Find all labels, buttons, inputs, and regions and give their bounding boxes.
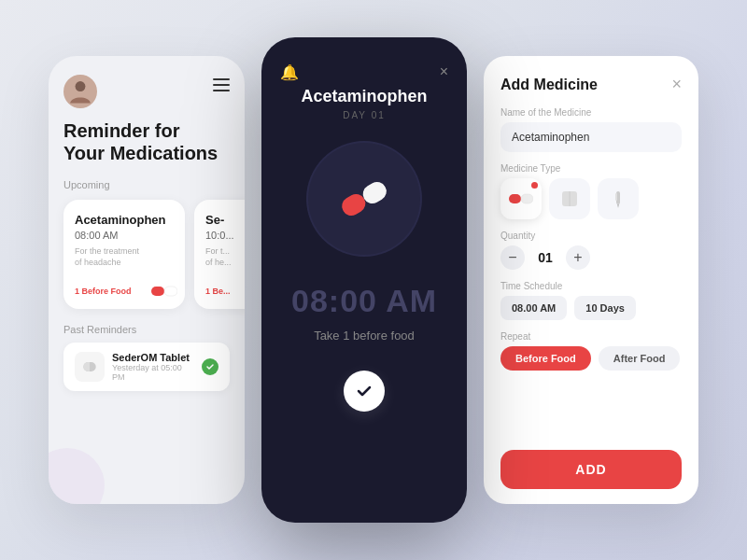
pill-icon-small-1 [151, 285, 177, 298]
past-item-name: SederOM Tablet [112, 352, 194, 363]
screen3-title: Add Medicine [500, 77, 598, 93]
med-card-1-time: 08:00 AM [75, 230, 174, 241]
pill-circle [308, 143, 420, 255]
svg-rect-8 [509, 194, 521, 203]
screen1-header [63, 75, 230, 108]
add-button[interactable]: ADD [500, 450, 682, 489]
past-info: SederOM Tablet Yesterday at 05:00 PM [112, 352, 194, 382]
days-chip[interactable]: 10 Days [574, 296, 636, 320]
qty-plus-btn[interactable]: + [566, 245, 590, 270]
svg-rect-2 [164, 287, 177, 296]
type-pill[interactable] [500, 178, 542, 219]
type-injection[interactable] [598, 178, 639, 219]
svg-rect-4 [83, 362, 90, 371]
med-card-2-time: 10:0... [205, 230, 245, 241]
past-pill-icon [75, 352, 105, 382]
injection-type-icon [611, 189, 626, 209]
svg-rect-14 [615, 193, 617, 201]
before-food-chip[interactable]: Before Food [500, 346, 591, 371]
time-field-label: Time Schedule [500, 281, 682, 291]
pill-3d-icon [337, 177, 390, 221]
tablet-type-icon [559, 189, 580, 209]
type-field-label: Medicine Type [500, 163, 682, 174]
check-icon [202, 358, 218, 375]
screen3-header: Add Medicine × [500, 75, 682, 94]
screen1-reminder-list: Reminder for Your Medications Upcoming A… [49, 56, 245, 504]
med-card-2[interactable]: Se- 10:0... For t...of he... 1 Be... [194, 200, 245, 309]
upcoming-label: Upcoming [63, 179, 230, 190]
svg-rect-1 [151, 287, 164, 296]
screen2-day: DAY 01 [343, 110, 386, 120]
screen3-close[interactable]: × [671, 75, 682, 94]
after-food-chip[interactable]: After Food [599, 346, 681, 371]
medicine-types [500, 178, 682, 219]
qty-field-label: Quantity [500, 231, 682, 241]
svg-point-0 [76, 81, 86, 91]
screens-container: Reminder for Your Medications Upcoming A… [30, 9, 717, 551]
screen2-top: 🔔 × [280, 63, 448, 81]
confirm-button[interactable] [344, 371, 385, 412]
pill-type-icon [509, 193, 533, 204]
time-row: 08.00 AM 10 Days [500, 296, 682, 320]
avatar [63, 75, 97, 108]
screen2-alert: 🔔 × Acetaminophen DAY 01 08:00 AM Take 1… [261, 37, 467, 523]
type-tablet[interactable] [549, 178, 590, 219]
med-card-1[interactable]: Acetaminophen 08:00 AM For the treatment… [63, 200, 185, 309]
repeat-row: Before Food After Food [500, 346, 682, 371]
bell-icon: 🔔 [280, 63, 299, 81]
qty-minus-btn[interactable]: − [500, 245, 525, 270]
menu-icon[interactable] [213, 75, 230, 91]
time-chip[interactable]: 08.00 AM [500, 296, 567, 320]
past-label: Past Reminders [63, 324, 230, 335]
confirm-check-icon [356, 383, 373, 399]
med-card-1-desc: For the treatment of headache [75, 246, 174, 268]
screen1-title: Reminder for Your Medications [63, 119, 230, 164]
checkmark-icon [205, 362, 215, 371]
past-item[interactable]: SederOM Tablet Yesterday at 05:00 PM [63, 343, 230, 391]
svg-marker-13 [617, 204, 619, 208]
screen2-time: 08:00 AM [291, 283, 437, 319]
screen3-add-medicine: Add Medicine × Name of the Medicine Medi… [484, 56, 698, 504]
med-card-2-link: 1 Be... [205, 287, 245, 296]
qty-value: 01 [536, 250, 555, 265]
screen2-instruction: Take 1 before food [314, 329, 415, 343]
med-card-1-name: Acetaminophen [75, 213, 174, 227]
repeat-field-label: Repeat [500, 331, 682, 342]
close-button[interactable]: × [440, 63, 448, 80]
selected-dot [531, 182, 538, 189]
upcoming-cards: Acetaminophen 08:00 AM For the treatment… [63, 200, 230, 309]
svg-rect-9 [521, 194, 533, 203]
med-card-2-desc: For t...of he... [205, 246, 245, 268]
past-item-time: Yesterday at 05:00 PM [112, 363, 194, 382]
medicine-name-input[interactable] [500, 122, 682, 152]
screen2-med-name: Acetaminophen [301, 87, 427, 106]
name-field-label: Name of the Medicine [500, 107, 682, 118]
med-card-2-name: Se- [205, 213, 245, 227]
tablet-icon [80, 357, 99, 376]
qty-row: − 01 + [500, 245, 682, 270]
